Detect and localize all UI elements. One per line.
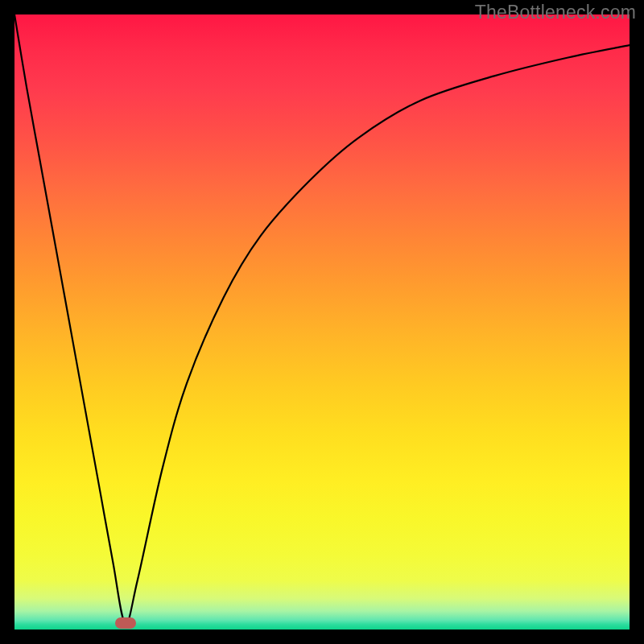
optimal-point-marker [115, 617, 136, 629]
plot-area [14, 14, 630, 630]
outer-frame: TheBottleneck.com [0, 0, 644, 644]
watermark-text: TheBottleneck.com [475, 2, 636, 23]
bottleneck-curve [14, 14, 630, 630]
